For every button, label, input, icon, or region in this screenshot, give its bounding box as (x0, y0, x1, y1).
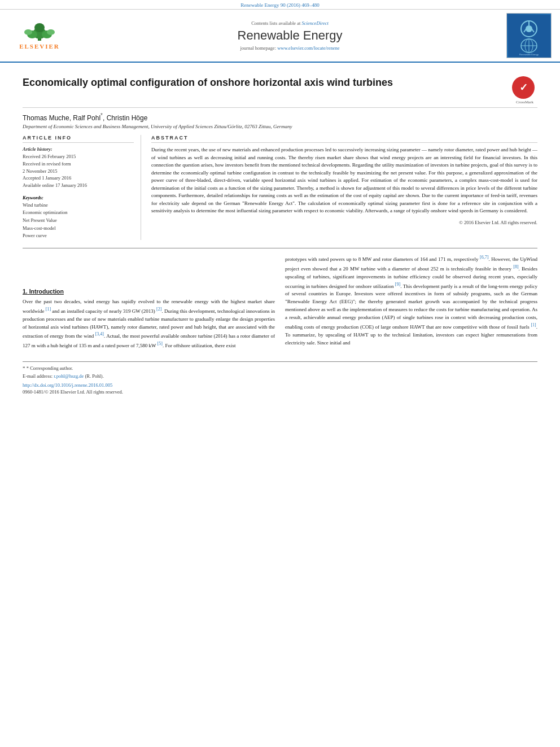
spacer-top (23, 254, 275, 288)
journal-logo-area: Renewable Energy (506, 13, 554, 58)
section-title: Introduction (29, 288, 64, 295)
main-content: Economically optimal configuration of on… (0, 63, 560, 405)
sciencedirect-link[interactable]: ScienceDirect (301, 20, 328, 26)
body-columns: 1. Introduction Over the past two decade… (23, 254, 537, 351)
body-left-column: 1. Introduction Over the past two decade… (23, 254, 275, 351)
corresponding-author-note: * * Corresponding author. (23, 365, 537, 373)
renewable-energy-logo-icon: Renewable Energy (508, 15, 550, 57)
keywords-section: Keywords: Wind turbine Economic optimiza… (23, 195, 134, 240)
body-right-column: prototypes with rated powers up to 8 MW … (285, 254, 537, 351)
ref-1b[interactable]: [1] (531, 322, 536, 327)
ref-9[interactable]: [9] (395, 282, 400, 287)
article-title-section: Economically optimal configuration of on… (23, 68, 537, 108)
abstract-label: ABSTRACT (151, 135, 537, 143)
email-label: E-mail address: (23, 373, 53, 379)
issn-line: 0960-1481/© 2016 Elsevier Ltd. All right… (23, 389, 537, 395)
authors-line: Thomas Muche, Ralf Pohl*, Christin Höge (23, 112, 537, 122)
contents-text: Contents lists available at (251, 20, 300, 26)
svg-text:Renewable Energy: Renewable Energy (519, 53, 539, 56)
crossmark-icon: ✓ (512, 76, 535, 99)
section-number: 1. (23, 288, 28, 295)
keyword-4: Mass-cost-model (23, 225, 134, 233)
elsevier-wordmark: ELSEVIER (19, 43, 60, 50)
info-abstract-columns: ARTICLE INFO Article history: Received 2… (23, 135, 537, 240)
intro-paragraph-2: prototypes with rated powers up to 8 MW … (285, 254, 537, 347)
abstract-column: ABSTRACT During the recent years, the us… (151, 135, 537, 240)
email-person: (R. Pohl). (85, 373, 104, 379)
ref-3-4[interactable]: [3,4] (95, 331, 104, 337)
asterisk-symbol: * (23, 365, 27, 371)
citation-bar: Renewable Energy 90 (2016) 469–480 (0, 0, 560, 10)
introduction-heading: 1. Introduction (23, 288, 275, 295)
email-note: E-mail address: r.pohl@hszg.de (R. Pohl)… (23, 373, 537, 380)
homepage-label: journal homepage: (240, 45, 277, 51)
elsevier-tree-icon (20, 22, 59, 42)
authors-text: Thomas Muche, Ralf Pohl*, Christin Höge (23, 114, 147, 122)
svg-point-5 (47, 29, 55, 35)
journal-title: Renewable Energy (79, 28, 501, 43)
ref-6-7[interactable]: [6,7] (480, 255, 488, 260)
article-history: Article history: Received 26 February 20… (23, 146, 134, 189)
ref-1[interactable]: [1] (46, 307, 51, 312)
keyword-5: Power curve (23, 232, 134, 240)
affiliation-text: Department of Economic Sciences and Busi… (23, 124, 537, 129)
history-accepted: Accepted 1 January 2016 (23, 174, 134, 182)
article-title: Economically optimal configuration of on… (23, 76, 504, 89)
email-link[interactable]: r.pohl@hszg.de (54, 373, 84, 379)
main-divider (23, 248, 537, 248)
elsevier-logo-area: ELSEVIER (6, 21, 73, 50)
keyword-2: Economic optimization (23, 209, 134, 217)
ref-2[interactable]: [2] (156, 307, 161, 312)
history-received: Received 26 February 2015 (23, 153, 134, 160)
contents-line: Contents lists available at ScienceDirec… (79, 20, 501, 26)
history-revised-date: 2 November 2015 (23, 168, 134, 175)
svg-point-4 (24, 29, 32, 35)
corresponding-label: * Corresponding author. (27, 365, 73, 371)
crossmark-area: ✓ CrossMark (512, 76, 537, 102)
history-revised-label: Received in revised form (23, 160, 134, 168)
journal-homepage: journal homepage: www.elsevier.com/locat… (79, 45, 501, 51)
journal-logo-box: Renewable Energy (506, 13, 552, 58)
footer-section: * * Corresponding author. E-mail address… (23, 361, 537, 399)
abstract-text: During the recent years, the use of new … (151, 146, 537, 215)
history-label: Article history: (23, 146, 134, 152)
copyright-line: © 2016 Elsevier Ltd. All rights reserved… (151, 220, 537, 225)
journal-header-center: Contents lists available at ScienceDirec… (73, 20, 506, 51)
doi-link[interactable]: http://dx.doi.org/10.1016/j.renene.2016.… (23, 382, 537, 388)
article-info-column: ARTICLE INFO Article history: Received 2… (23, 135, 141, 240)
elsevier-logo: ELSEVIER (8, 21, 71, 50)
keyword-3: Net Present Value (23, 217, 134, 225)
history-online: Available online 17 January 2016 (23, 182, 134, 189)
crossmark-label: CrossMark (512, 100, 537, 104)
journal-header: ELSEVIER Contents lists available at Sci… (0, 10, 560, 63)
keyword-1: Wind turbine (23, 202, 134, 209)
ref-8[interactable]: [8] (513, 264, 518, 269)
intro-paragraph-1: Over the past two decades, wind energy h… (23, 298, 275, 351)
citation-text: Renewable Energy 90 (2016) 469–480 (240, 2, 319, 8)
article-info-label: ARTICLE INFO (23, 135, 134, 143)
svg-point-6 (34, 23, 45, 32)
homepage-link[interactable]: www.elsevier.com/locate/renene (277, 45, 339, 51)
keywords-label: Keywords: (23, 195, 134, 200)
ref-5[interactable]: [5] (158, 341, 163, 346)
